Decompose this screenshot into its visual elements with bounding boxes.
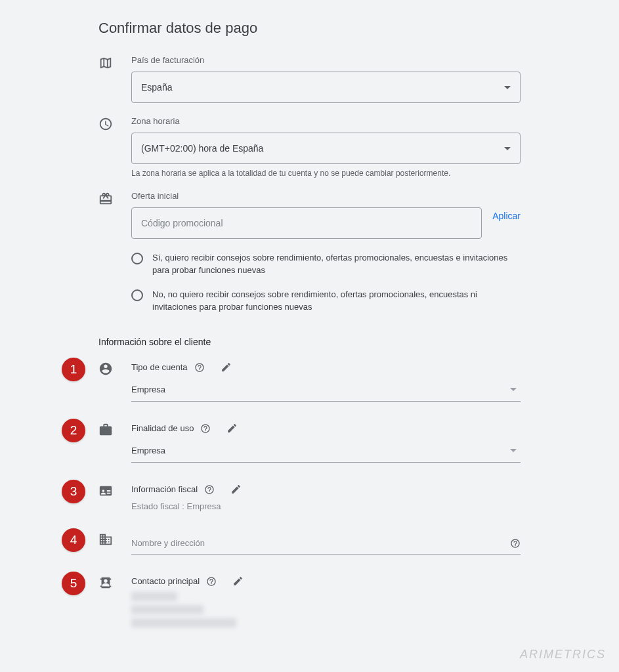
radio-unchecked-icon xyxy=(131,253,143,264)
map-icon xyxy=(98,56,113,70)
building-icon xyxy=(98,532,113,547)
chevron-down-icon xyxy=(510,449,517,452)
clock-icon xyxy=(98,117,113,131)
step-badge-1: 1 xyxy=(62,358,85,381)
chevron-down-icon xyxy=(504,147,511,150)
redacted-contact xyxy=(131,592,521,627)
help-icon[interactable] xyxy=(204,484,215,495)
purpose-label: Finalidad de uso xyxy=(131,423,194,433)
offer-label: Oferta inicial xyxy=(131,191,521,201)
timezone-row: Zona horaria (GMT+02:00) hora de España … xyxy=(98,116,521,178)
billing-country-label: País de facturación xyxy=(131,55,521,65)
contact-label: Contacto principal xyxy=(131,576,200,586)
promo-code-input[interactable] xyxy=(131,207,482,239)
help-icon[interactable] xyxy=(206,576,217,587)
billing-country-value: España xyxy=(141,82,172,93)
watermark: ARIMETRICS xyxy=(520,648,606,662)
tax-status-label: Estado fiscal : xyxy=(131,501,184,511)
address-row: 4 Nombre y dirección xyxy=(98,532,521,555)
marketing-yes-label: Sí, quiero recibir consejos sobre rendim… xyxy=(152,252,521,277)
account-type-label: Tipo de cuenta xyxy=(131,362,188,372)
id-card-icon xyxy=(98,484,113,498)
edit-icon[interactable] xyxy=(232,576,244,587)
chevron-down-icon xyxy=(510,388,517,391)
marketing-no-label: No, no quiero recibir consejos sobre ren… xyxy=(152,289,521,314)
address-placeholder: Nombre y dirección xyxy=(131,538,205,548)
step-badge-2: 2 xyxy=(62,419,85,442)
offer-row: Oferta inicial Aplicar xyxy=(98,191,521,239)
billing-country-row: País de facturación España xyxy=(98,55,521,103)
timezone-select[interactable]: (GMT+02:00) hora de España xyxy=(131,133,521,164)
account-type-select[interactable]: Empresa xyxy=(131,378,521,402)
tax-label: Información fiscal xyxy=(131,484,198,494)
account-type-row: 1 Tipo de cuenta Empresa xyxy=(98,362,521,402)
address-input[interactable]: Nombre y dirección xyxy=(131,532,521,555)
contact-icon xyxy=(98,576,113,590)
briefcase-icon xyxy=(98,423,113,437)
purpose-row: 2 Finalidad de uso Empresa xyxy=(98,423,521,463)
contact-row: 5 Contacto principal xyxy=(98,576,521,627)
marketing-no-option[interactable]: No, no quiero recibir consejos sobre ren… xyxy=(131,289,521,314)
purpose-select[interactable]: Empresa xyxy=(131,439,521,463)
page-title: Confirmar datos de pago xyxy=(98,20,521,37)
person-icon xyxy=(98,362,113,376)
gift-icon xyxy=(98,192,113,206)
step-badge-3: 3 xyxy=(62,480,85,503)
apply-button[interactable]: Aplicar xyxy=(492,211,521,221)
customer-section-title: Información sobre el cliente xyxy=(98,337,521,347)
timezone-value: (GMT+02:00) hora de España xyxy=(141,143,263,154)
help-icon[interactable] xyxy=(194,362,205,373)
marketing-radio-group: Sí, quiero recibir consejos sobre rendim… xyxy=(131,252,521,313)
tax-status-value: Empresa xyxy=(187,501,221,511)
tax-row: 3 Información fiscal Estado fiscal : Emp… xyxy=(98,484,521,511)
purpose-value: Empresa xyxy=(131,446,165,455)
edit-icon[interactable] xyxy=(226,423,238,434)
billing-country-select[interactable]: España xyxy=(131,72,521,103)
radio-unchecked-icon xyxy=(131,289,143,301)
marketing-yes-option[interactable]: Sí, quiero recibir consejos sobre rendim… xyxy=(131,252,521,277)
help-icon[interactable] xyxy=(510,538,521,549)
timezone-helper: La zona horaria se aplica a la totalidad… xyxy=(131,169,521,178)
chevron-down-icon xyxy=(504,86,511,89)
timezone-label: Zona horaria xyxy=(131,116,521,126)
edit-icon[interactable] xyxy=(230,484,242,495)
step-badge-5: 5 xyxy=(62,572,85,595)
account-type-value: Empresa xyxy=(131,385,165,394)
edit-icon[interactable] xyxy=(221,362,232,373)
help-icon[interactable] xyxy=(200,423,211,434)
step-badge-4: 4 xyxy=(62,528,85,552)
